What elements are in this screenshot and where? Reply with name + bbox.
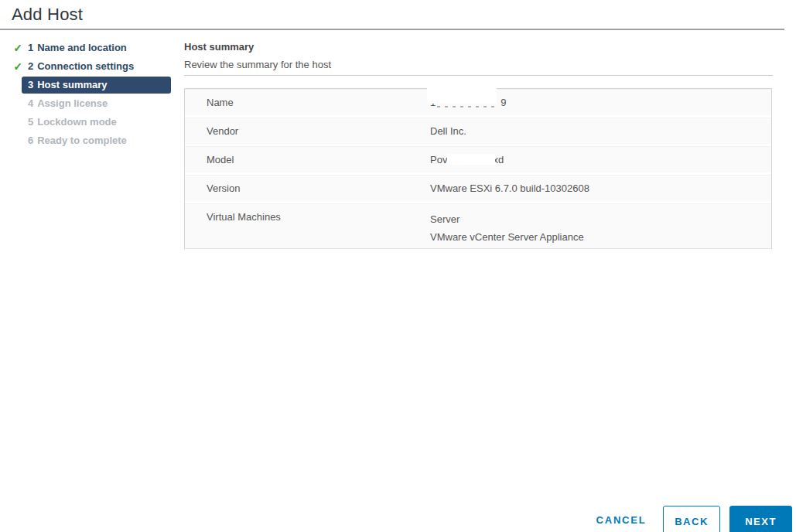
step-label: Assign license (37, 97, 108, 109)
row-value: Server VMware vCenter Server Appliance (430, 203, 584, 248)
table-row-name: Name 19 (185, 89, 771, 115)
step-name-and-location[interactable]: ✓ 1Name and location (11, 39, 171, 57)
vm-name: Server (430, 210, 584, 228)
content-header: Host summary Review the summary for the … (184, 41, 331, 70)
wizard-step-list: ✓ 1Name and location ✓ 2Connection setti… (11, 39, 171, 150)
row-value: Dell Inc. (430, 118, 466, 144)
step-label: Connection settings (37, 60, 134, 72)
step-host-summary[interactable]: 3Host summary (22, 77, 171, 94)
row-label: Version (185, 175, 430, 201)
host-summary-table: Name 19 Vendor Dell Inc. Model Povxd Ver… (184, 88, 772, 249)
step-label: Ready to complete (37, 135, 127, 146)
redaction-box (427, 87, 497, 104)
step-number: 1 (28, 42, 33, 53)
step-number: 6 (28, 135, 33, 146)
check-icon: ✓ (12, 57, 24, 76)
step-label: Lockdown mode (37, 116, 117, 128)
section-heading: Host summary (184, 41, 331, 53)
table-row-version: Version VMware ESXi 6.7.0 build-10302608 (185, 175, 771, 201)
step-connection-settings[interactable]: ✓ 2Connection settings (11, 57, 171, 76)
row-label: Name (185, 89, 430, 115)
row-value: VMware ESXi 6.7.0 build-10302608 (430, 175, 589, 201)
page-title: Add Host (12, 5, 83, 25)
step-label: Name and location (37, 42, 127, 53)
next-button[interactable]: NEXT (729, 506, 792, 532)
row-label: Virtual Machines (185, 203, 430, 248)
step-label: Host summary (37, 79, 107, 90)
step-lockdown-mode[interactable]: 5Lockdown mode (11, 113, 171, 131)
step-number: 4 (28, 97, 33, 109)
section-divider (184, 75, 773, 76)
step-assign-license[interactable]: 4Assign license (11, 94, 171, 113)
redaction-box (447, 154, 495, 165)
title-divider (0, 29, 784, 30)
row-value: Povxd (430, 146, 504, 172)
section-subheading: Review the summary for the host (184, 59, 331, 70)
step-number: 3 (28, 79, 33, 90)
vm-name: VMware vCenter Server Appliance (430, 228, 584, 246)
row-label: Vendor (185, 118, 430, 144)
table-row-model: Model Povxd (185, 146, 771, 172)
step-number: 5 (28, 116, 33, 128)
back-button[interactable]: BACK (663, 506, 720, 532)
step-number: 2 (28, 60, 33, 72)
table-row-vendor: Vendor Dell Inc. (185, 118, 771, 144)
check-icon: ✓ (12, 39, 24, 57)
cancel-button[interactable]: CANCEL (597, 512, 645, 527)
row-label: Model (185, 146, 430, 172)
step-ready-to-complete[interactable]: 6Ready to complete (11, 131, 171, 150)
table-row-virtual-machines: Virtual Machines Server VMware vCenter S… (185, 203, 771, 248)
